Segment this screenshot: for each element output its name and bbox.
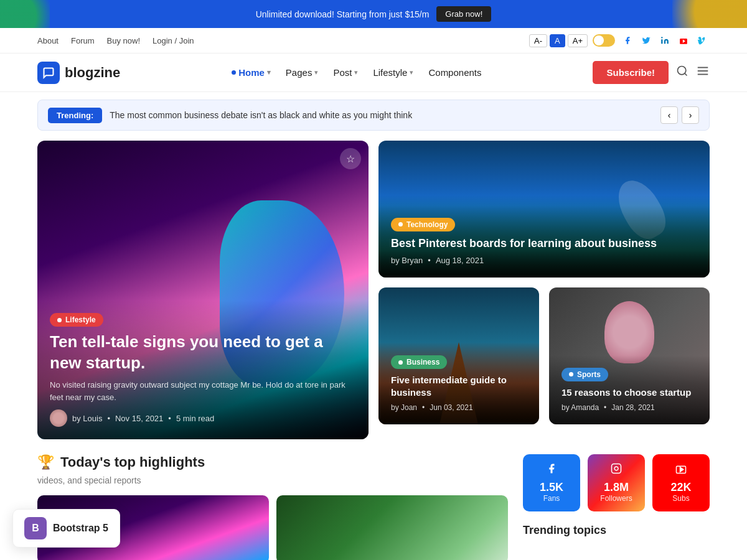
- nav-right: Subscribe!: [593, 61, 710, 84]
- logo[interactable]: blogzine: [37, 62, 120, 84]
- nav-buynow[interactable]: Buy now!: [107, 36, 140, 45]
- article-grid: ☆ Lifestyle Ten tell-tale signs you need…: [37, 141, 710, 439]
- chevron-lifestyle-icon: ▾: [410, 68, 413, 77]
- nav-home[interactable]: Home ▾: [232, 67, 271, 78]
- featured-author: by Louis: [72, 414, 102, 423]
- instagram-stat-card[interactable]: 1.8M Followers: [588, 454, 645, 511]
- featured-desc: No visited raising gravity outward subje…: [50, 379, 356, 403]
- facebook-stat-card[interactable]: 1.5K Fans: [523, 454, 580, 511]
- twitter-icon[interactable]: [639, 33, 654, 48]
- card2-meta: by Bryan • Aug 18, 2021: [391, 256, 697, 265]
- card4-category-badge[interactable]: Sports: [561, 368, 608, 381]
- bottom-section: 🏆 Today's top highlights videos, and spe…: [37, 454, 710, 560]
- bookmark-button[interactable]: ☆: [340, 148, 361, 169]
- featured-category-badge[interactable]: Lifestyle: [50, 313, 103, 327]
- highlights-desc: videos, and special reports: [37, 475, 508, 485]
- chevron-post-icon: ▾: [354, 68, 358, 77]
- youtube-icon[interactable]: [676, 33, 691, 48]
- nav-lifestyle[interactable]: Lifestyle ▾: [373, 67, 413, 78]
- grab-now-button[interactable]: Grab now!: [436, 6, 491, 22]
- nav-about[interactable]: About: [37, 36, 59, 45]
- card3-overlay: Business Five intermediate guide to busi…: [378, 343, 539, 424]
- badge-dot-3: [398, 360, 403, 365]
- trending-prev-button[interactable]: ‹: [660, 106, 678, 124]
- facebook-icon[interactable]: [620, 33, 635, 48]
- nav-components[interactable]: Components: [428, 67, 481, 78]
- nav-forum[interactable]: Forum: [71, 36, 95, 45]
- card3-category-badge[interactable]: Business: [391, 355, 447, 369]
- font-normal-button[interactable]: A: [550, 34, 565, 47]
- highlight-image-2[interactable]: [276, 495, 508, 560]
- card3-author: by Joan: [391, 403, 417, 412]
- right-column: Technology Best Pinterest boards for lea…: [378, 141, 710, 424]
- facebook-label: Fans: [529, 494, 574, 503]
- featured-article-card[interactable]: ☆ Lifestyle Ten tell-tale signs you need…: [37, 141, 369, 439]
- vimeo-icon[interactable]: [695, 33, 710, 48]
- card2-overlay: Technology Best Pinterest boards for lea…: [378, 205, 710, 278]
- svg-line-4: [685, 73, 687, 76]
- trophy-icon: 🏆: [37, 454, 54, 470]
- card3-title: Five intermediate guide to business: [391, 374, 527, 398]
- badge-dot-2: [398, 222, 403, 226]
- social-icons: [620, 33, 710, 48]
- font-decrease-button[interactable]: A-: [529, 34, 547, 47]
- nav-login[interactable]: Login / Join: [153, 36, 194, 45]
- linkedin-icon[interactable]: [657, 33, 672, 48]
- theme-knob: [594, 35, 604, 45]
- nav-pages[interactable]: Pages ▾: [286, 67, 319, 78]
- utility-bar: About Forum Buy now! Login / Join A- A A…: [0, 28, 747, 54]
- facebook-stat-icon: [529, 463, 574, 477]
- svg-point-0: [661, 37, 662, 38]
- bootstrap-badge: B Bootstrap 5: [12, 509, 120, 548]
- svg-point-3: [678, 67, 686, 75]
- menu-button[interactable]: [696, 64, 710, 81]
- card4-meta: by Amanda • Jan 28, 2021: [561, 403, 697, 412]
- banner-text: Unlimited download! Starting from just $…: [256, 9, 430, 19]
- svg-rect-8: [612, 464, 621, 474]
- youtube-stat-card[interactable]: 22K Subs: [652, 454, 710, 511]
- bootstrap-icon: B: [24, 517, 47, 539]
- sidebar-widgets: 1.5K Fans 1.8M Followers 22K Subs Trendi…: [523, 454, 710, 560]
- chevron-pages-icon: ▾: [314, 68, 318, 77]
- article-card-3[interactable]: Business Five intermediate guide to busi…: [378, 287, 539, 424]
- card2-category-badge[interactable]: Technology: [391, 218, 455, 231]
- card3-meta: by Joan • Jun 03, 2021: [391, 403, 527, 412]
- nav-links: Home ▾ Pages ▾ Post ▾ Lifestyle ▾ Compon…: [232, 67, 481, 78]
- trending-arrows: ‹ ›: [660, 106, 699, 124]
- instagram-count: 1.8M: [594, 481, 639, 494]
- font-size-controls: A- A A+: [529, 34, 588, 47]
- trending-topics-widget: Trending topics: [523, 524, 710, 537]
- bottom-cards-row: Business Five intermediate guide to busi…: [378, 287, 710, 424]
- top-banner: Unlimited download! Starting from just $…: [0, 0, 747, 28]
- nav-dot: [232, 70, 236, 75]
- card4-author: by Amanda: [561, 403, 599, 412]
- trending-label: Trending:: [48, 108, 102, 123]
- blob-left-decor: [0, 0, 50, 28]
- search-button[interactable]: [676, 65, 688, 80]
- highlights-title: Today's top highlights: [60, 454, 205, 470]
- facebook-count: 1.5K: [529, 481, 574, 494]
- featured-read-time: 5 min read: [176, 414, 214, 423]
- theme-toggle[interactable]: [593, 34, 615, 47]
- article-card-4[interactable]: Sports 15 reasons to choose startup by A…: [549, 287, 710, 424]
- card2-title: Best Pinterest boards for learning about…: [391, 236, 697, 251]
- subscribe-button[interactable]: Subscribe!: [593, 61, 669, 84]
- card4-overlay: Sports 15 reasons to choose startup by A…: [549, 355, 710, 425]
- trending-bar: Trending: The most common business debat…: [37, 100, 710, 131]
- article-card-2[interactable]: Technology Best Pinterest boards for lea…: [378, 141, 710, 278]
- utility-links: About Forum Buy now! Login / Join: [37, 36, 194, 45]
- trending-next-button[interactable]: ›: [682, 106, 699, 124]
- logo-icon: [37, 62, 60, 84]
- badge-dot-4: [569, 372, 573, 376]
- card2-author: by Bryan: [391, 256, 423, 265]
- card4-date: Jan 28, 2021: [611, 403, 654, 412]
- featured-author-avatar: [50, 409, 67, 427]
- nav-post[interactable]: Post ▾: [333, 67, 358, 78]
- card3-date: Jun 03, 2021: [430, 403, 472, 412]
- trending-text: The most common business debate isn't as…: [110, 110, 653, 120]
- svg-marker-11: [680, 467, 684, 472]
- youtube-label: Subs: [659, 494, 703, 503]
- utility-right: A- A A+: [529, 33, 710, 48]
- font-increase-button[interactable]: A+: [568, 34, 588, 47]
- featured-title: Ten tell-tale signs you need to get a ne…: [50, 332, 356, 374]
